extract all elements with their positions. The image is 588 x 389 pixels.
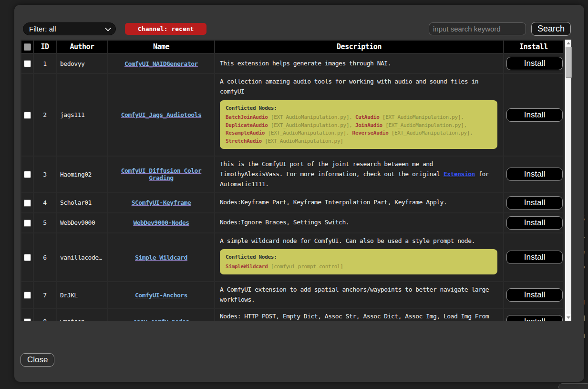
row-checkbox[interactable] xyxy=(24,112,31,119)
filter-select[interactable]: Filter: all xyxy=(23,22,116,35)
conflicted-node-name: DuplicateAudio xyxy=(226,122,268,128)
row-checkbox-cell xyxy=(21,213,33,232)
scrollbar-thumb[interactable] xyxy=(566,47,572,78)
conflicted-node-source: [EXT_AudioManipulation.py], xyxy=(392,130,473,136)
row-checkbox[interactable] xyxy=(24,220,31,227)
scroll-down-button[interactable] xyxy=(565,314,571,321)
row-name-cell: easy-comfy-nodes xyxy=(108,309,214,321)
conflicted-nodes-list: SimpleWildcard [comfyui-prompt-control] xyxy=(226,263,492,271)
row-checkbox-cell xyxy=(21,282,33,308)
install-button[interactable]: Install xyxy=(506,251,563,264)
conflicted-node-name: CutAudio xyxy=(355,114,380,120)
conflicted-node-name: SimpleWildcard xyxy=(226,263,268,270)
row-author: wmatson xyxy=(57,309,107,321)
row-id: 7 xyxy=(34,282,56,308)
row-description: Nodes: HTTP POST, Empty Dict, Assoc Str,… xyxy=(220,312,498,321)
install-button[interactable]: Install xyxy=(506,57,563,70)
row-description: A simple wildcard node for ComfyUI. Can … xyxy=(220,236,498,246)
scroll-up-button[interactable] xyxy=(565,40,571,46)
row-checkbox[interactable] xyxy=(24,200,31,207)
row-checkbox[interactable] xyxy=(24,318,31,321)
table-header-row: ID Author Name Description Install xyxy=(21,41,563,53)
conflicted-nodes-box: Conflicted Nodes:BatchJoinAudio [EXT_Aud… xyxy=(220,100,497,149)
conflicted-nodes-list: BatchJoinAudio [EXT_AudioManipulation.py… xyxy=(226,114,492,145)
scroll-up-icon xyxy=(567,42,570,44)
column-header-description: Description xyxy=(215,41,503,53)
custom-nodes-manager-dialog: Filter: all Channel: recent Search ID Au… xyxy=(14,5,584,382)
row-author: WebDev9000 xyxy=(57,213,107,232)
background-edge-fragments: SLeP(uMm xyxy=(584,210,588,389)
row-checkbox[interactable] xyxy=(24,60,31,67)
column-header-id: ID xyxy=(34,41,56,53)
row-description-cell: This is the ComfyUI port of the joint re… xyxy=(215,157,503,192)
row-author: Scholar01 xyxy=(57,193,107,212)
background-text-fragment: S xyxy=(584,210,588,227)
row-description-cell: A ComfyUI extension to add spatial ancho… xyxy=(215,282,503,308)
install-button[interactable]: Install xyxy=(506,315,563,321)
row-checkbox[interactable] xyxy=(24,171,31,178)
row-id: 6 xyxy=(34,233,56,282)
conflicted-nodes-box: Conflicted Nodes:SimpleWildcard [comfyui… xyxy=(220,249,497,274)
row-description-cell: Nodes:Ignore Braces, Settings Switch. xyxy=(215,213,503,232)
row-install-cell: Install xyxy=(504,157,563,192)
background-text-fragment: e xyxy=(584,243,588,260)
background-text-fragment: ( xyxy=(584,277,588,294)
row-id: 5 xyxy=(34,213,56,232)
row-checkbox-cell xyxy=(21,54,33,73)
row-author: jags111 xyxy=(57,74,107,156)
row-install-cell: Install xyxy=(504,54,563,73)
install-button[interactable]: Install xyxy=(506,288,563,302)
install-button[interactable]: Install xyxy=(506,216,563,230)
table-row: 4Scholar01SComfyUI-KeyframeNodes:Keyfram… xyxy=(21,193,563,212)
row-author: vanillacode… xyxy=(57,233,107,282)
row-id: 3 xyxy=(34,157,56,192)
extension-name-link[interactable]: ComfyUI-Anchors xyxy=(135,292,187,299)
table-row: 1bedovyyComfyUI_NAIDGeneratorThis extens… xyxy=(21,54,563,73)
table-row: 3Haoming02ComfyUI Diffusion Color Gradin… xyxy=(21,157,563,192)
extension-name-link[interactable]: easy-comfy-nodes xyxy=(133,318,189,321)
row-checkbox-cell xyxy=(21,309,33,321)
extension-name-link[interactable]: SComfyUI-Keyframe xyxy=(132,199,191,206)
conflicted-node-source: [EXT_AudioManipulation.py], xyxy=(385,122,467,128)
row-description-cell: Nodes:Keyframe Part, Keyframe Interpolat… xyxy=(215,193,503,212)
row-description: A ComfyUI extension to add spatial ancho… xyxy=(220,285,498,305)
scroll-down-icon xyxy=(567,316,570,319)
conflicted-node-name: BatchJoinAudio xyxy=(226,114,268,120)
row-description: This extension helps generate images thr… xyxy=(220,59,498,69)
install-button[interactable]: Install xyxy=(506,108,563,122)
row-author: Haoming02 xyxy=(57,157,107,192)
row-name-cell: ComfyUI-Anchors xyxy=(108,282,214,308)
install-button[interactable]: Install xyxy=(506,196,563,210)
extension-name-link[interactable]: WebDev9000-Nodes xyxy=(133,219,189,226)
table-row: 2jags111ComfyUI_Jags_AudiotoolsA collect… xyxy=(21,74,563,156)
install-button[interactable]: Install xyxy=(506,168,563,181)
row-checkbox[interactable] xyxy=(24,254,31,261)
extension-name-link[interactable]: ComfyUI Diffusion Color Grading xyxy=(121,167,202,181)
row-checkbox[interactable] xyxy=(24,292,31,299)
search-input[interactable] xyxy=(429,22,526,35)
conflicted-node-source: [comfyui-prompt-control] xyxy=(271,263,343,270)
row-install-cell: Install xyxy=(504,233,563,282)
extension-name-link[interactable]: ComfyUI_NAIDGenerator xyxy=(124,60,198,67)
background-text-fragment: u xyxy=(584,294,588,310)
row-install-cell: Install xyxy=(504,193,563,212)
extension-name-link[interactable]: ComfyUI_Jags_Audiotools xyxy=(121,111,202,118)
row-name-cell: ComfyUI_NAIDGenerator xyxy=(108,54,214,73)
table-row: 6vanillacode…Simple WildcardA simple wil… xyxy=(21,233,563,282)
extension-name-link[interactable]: Simple Wildcard xyxy=(135,254,187,261)
select-all-checkbox[interactable] xyxy=(24,43,31,51)
table-row: 7DrJKLComfyUI-AnchorsA ComfyUI extension… xyxy=(21,282,563,308)
conflicted-nodes-title: Conflicted Nodes: xyxy=(226,104,492,113)
description-link[interactable]: Extension xyxy=(444,170,475,178)
table-scrollbar[interactable] xyxy=(565,40,571,321)
close-button[interactable]: Close xyxy=(21,353,54,367)
background-text-fragment: M xyxy=(584,310,588,327)
column-header-author: Author xyxy=(57,41,107,53)
row-name-cell: SComfyUI-Keyframe xyxy=(108,193,214,212)
search-button[interactable]: Search xyxy=(531,22,571,36)
conflicted-nodes-title: Conflicted Nodes: xyxy=(226,253,492,262)
conflicted-node-source: [EXT_AudioManipulation.py], xyxy=(268,130,352,136)
row-id: 1 xyxy=(34,54,56,73)
background-text-fragment: P xyxy=(584,260,588,277)
background-panel-corner xyxy=(558,383,588,389)
